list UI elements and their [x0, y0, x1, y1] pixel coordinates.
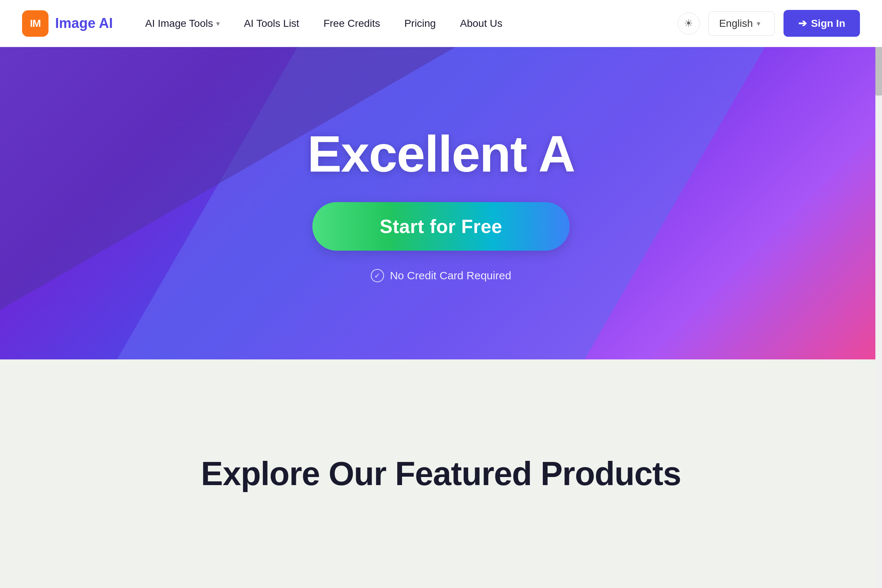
nav-item-ai-image-tools-label: AI Image Tools — [145, 18, 213, 29]
language-label: English — [719, 18, 753, 29]
no-credit-card-text: No Credit Card Required — [390, 269, 511, 282]
chevron-down-icon: ▾ — [216, 19, 220, 28]
sign-in-label: Sign In — [811, 18, 845, 29]
nav-item-pricing[interactable]: Pricing — [394, 12, 446, 35]
featured-products-title: Explore Our Featured Products — [201, 455, 681, 493]
nav-item-about-us-label: About Us — [460, 18, 502, 29]
nav-actions: ☀ English ▾ ➔ Sign In — [678, 10, 860, 37]
theme-toggle-button[interactable]: ☀ — [678, 12, 700, 34]
logo-text: Image AI — [55, 15, 113, 31]
logo[interactable]: IM Image AI — [22, 10, 113, 37]
hero-section: Excellent A Start for Free ✓ No Credit C… — [0, 47, 882, 359]
navbar: IM Image AI AI Image Tools ▾ AI Tools Li… — [0, 0, 882, 47]
chevron-down-icon: ▾ — [757, 19, 760, 28]
sign-in-button[interactable]: ➔ Sign In — [783, 10, 860, 37]
nav-item-about-us[interactable]: About Us — [450, 12, 513, 35]
hero-title: Excellent A — [307, 124, 575, 184]
sun-icon: ☀ — [684, 17, 693, 29]
featured-products-section: Explore Our Featured Products — [0, 359, 882, 588]
nav-item-ai-image-tools[interactable]: AI Image Tools ▾ — [135, 12, 230, 35]
nav-item-free-credits[interactable]: Free Credits — [313, 12, 390, 35]
no-credit-card-notice: ✓ No Credit Card Required — [371, 269, 511, 282]
language-selector[interactable]: English ▾ — [708, 11, 775, 36]
hero-content: Excellent A Start for Free ✓ No Credit C… — [307, 124, 575, 282]
nav-item-pricing-label: Pricing — [404, 18, 436, 29]
start-for-free-button[interactable]: Start for Free — [312, 202, 570, 250]
nav-item-ai-tools-list[interactable]: AI Tools List — [234, 12, 309, 35]
nav-item-ai-tools-list-label: AI Tools List — [244, 18, 299, 29]
logo-icon: IM — [22, 10, 48, 37]
check-circle-icon: ✓ — [371, 269, 384, 282]
nav-item-free-credits-label: Free Credits — [323, 18, 380, 29]
nav-links: AI Image Tools ▾ AI Tools List Free Cred… — [135, 12, 678, 35]
scrollbar[interactable] — [875, 0, 882, 588]
sign-in-icon: ➔ — [798, 17, 807, 29]
